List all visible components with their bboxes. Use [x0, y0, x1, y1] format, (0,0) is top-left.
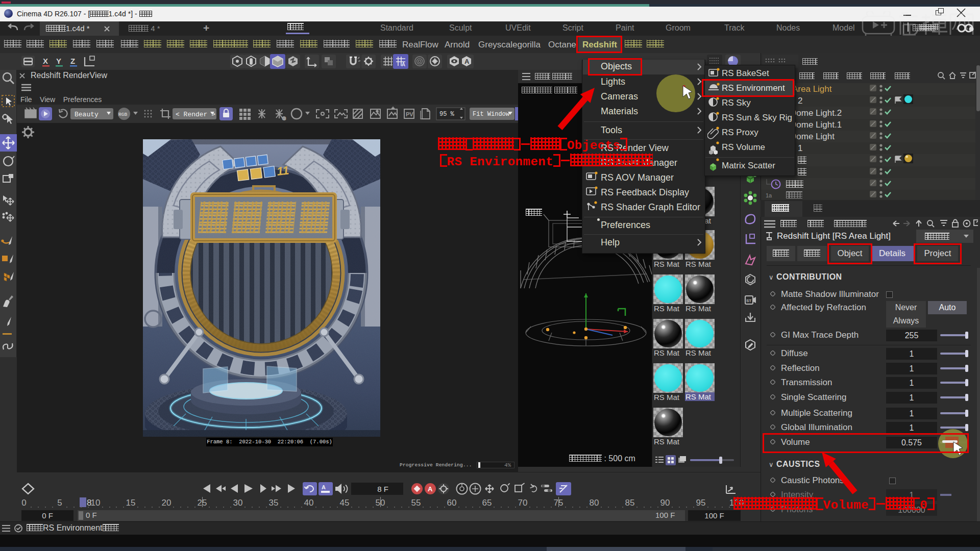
svg-text:PV: PV [406, 111, 413, 117]
svg-text:Y: Y [56, 57, 61, 65]
svg-text:A: A [402, 62, 405, 67]
svg-text:G: G [282, 116, 286, 121]
svg-text:A: A [464, 58, 470, 65]
svg-text:A: A [428, 485, 433, 493]
svg-text:X: X [43, 57, 48, 65]
svg-text:RGB: RGB [118, 112, 127, 117]
svg-text:A: A [322, 484, 326, 490]
svg-text:8 F: 8 F [377, 485, 388, 493]
svg-text:Beauty: Beauty [75, 111, 99, 118]
svg-text:Fit Window: Fit Window [473, 111, 510, 118]
svg-text:Z: Z [70, 57, 75, 65]
svg-text:< Render >: < Render > [176, 111, 215, 118]
svg-text:1a: 1a [766, 192, 772, 198]
svg-text:ST: ST [746, 298, 751, 303]
svg-text:95 %: 95 % [439, 111, 455, 118]
